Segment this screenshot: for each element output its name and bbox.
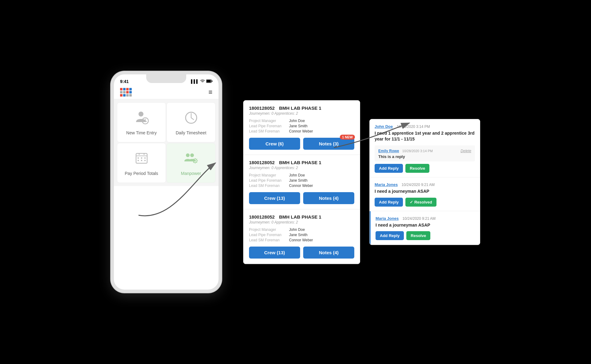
job-buttons-2: Crew (13) Notes (4) bbox=[249, 192, 354, 204]
pm-label-3: Project Manager bbox=[249, 228, 289, 232]
logo-cell bbox=[120, 88, 123, 90]
crew-button-3[interactable]: Crew (13) bbox=[249, 247, 300, 259]
note-2-author-row: Maria Jones 10/24/2020 9:21 AM bbox=[375, 182, 435, 187]
svg-rect-14 bbox=[138, 157, 139, 159]
note-3-actions: Add Reply Resolve bbox=[376, 231, 475, 240]
sm-label-1: Lead SM Foreman bbox=[249, 129, 289, 133]
add-reply-button-2[interactable]: Add Reply bbox=[375, 198, 403, 207]
svg-line-30 bbox=[196, 159, 197, 160]
add-reply-button-1[interactable]: Add Reply bbox=[375, 164, 403, 173]
job-number-2: 1800128052 bbox=[249, 160, 275, 165]
tile-daily-timesheet[interactable]: Daily Timesheet bbox=[167, 102, 215, 142]
svg-point-23 bbox=[194, 160, 196, 161]
pm-value-2: John Doe bbox=[289, 173, 305, 177]
pipe-value-2: Jane Smith bbox=[289, 178, 308, 183]
note-1-header: John Doe 10/28/2020 3:14 PM bbox=[375, 124, 475, 129]
tile-pay-period-totals-label: Pay Period Totals bbox=[125, 171, 158, 176]
note-1-text: I need 1 apprentice 1st year and 2 appre… bbox=[375, 130, 475, 142]
notes-button-2[interactable]: Notes (4) bbox=[303, 192, 354, 204]
reply-1-header: Emily Rowe 10/28/2020 3:14 PM Delete bbox=[378, 148, 471, 153]
job-detail-pm-2: Project Manager John Doe bbox=[249, 173, 354, 177]
svg-rect-19 bbox=[144, 160, 146, 161]
job-card-1-header: 1800128052 BMH LAB PHASE 1 bbox=[249, 105, 354, 111]
phone-frame: 9:41 ▌▌▌ bbox=[111, 71, 222, 293]
note-2-header: Maria Jones 10/24/2020 9:21 AM bbox=[375, 182, 475, 187]
svg-point-21 bbox=[190, 153, 194, 157]
tile-manpower-label: Manpower bbox=[181, 171, 201, 176]
app-header: ≡ bbox=[114, 85, 219, 99]
pm-label-2: Project Manager bbox=[249, 173, 289, 177]
sm-label-2: Lead SM Foreman bbox=[249, 184, 289, 188]
note-1-author[interactable]: John Doe bbox=[375, 124, 393, 129]
logo-cell bbox=[120, 94, 123, 97]
job-detail-pm-3: Project Manager John Doe bbox=[249, 228, 354, 232]
job-card-2-header: 1800128052 BMH LAB PHASE 1 bbox=[249, 160, 354, 165]
add-reply-button-3[interactable]: Add Reply bbox=[376, 231, 404, 240]
svg-line-9 bbox=[191, 118, 194, 120]
svg-point-20 bbox=[186, 153, 190, 157]
crew-button-1[interactable]: Crew (6) bbox=[249, 138, 300, 150]
note-3-timestamp: 10/24/2020 9:21 AM bbox=[403, 216, 436, 221]
note-3-author[interactable]: Maria Jones bbox=[376, 216, 399, 221]
status-icons: ▌▌▌ bbox=[191, 79, 212, 84]
job-meta-2: Journeymen: 0 Apprentices: 2 bbox=[249, 166, 354, 170]
home-grid: New Time Entry Daily Timesheet bbox=[114, 99, 219, 186]
note-1-actions: Add Reply Resolve bbox=[375, 164, 475, 173]
logo-cell bbox=[129, 94, 132, 97]
logo-cell bbox=[126, 91, 129, 93]
crew-button-2[interactable]: Crew (13) bbox=[249, 192, 300, 204]
phone-notch bbox=[146, 74, 186, 83]
hamburger-icon[interactable]: ≡ bbox=[208, 89, 212, 96]
tile-new-time-entry[interactable]: New Time Entry bbox=[117, 102, 166, 142]
logo-grid bbox=[120, 88, 132, 97]
job-meta-1: Journeymen: 0 Apprentices: 2 bbox=[249, 111, 354, 116]
sm-label-3: Lead SM Foreman bbox=[249, 238, 289, 242]
pm-value-3: John Doe bbox=[289, 228, 305, 232]
job-buttons-3: Crew (13) Notes (4) bbox=[249, 247, 354, 259]
logo-cell bbox=[129, 91, 132, 93]
daily-timesheet-icon bbox=[184, 111, 198, 127]
resolve-button-1[interactable]: Resolve bbox=[405, 164, 429, 173]
logo-cell bbox=[123, 88, 126, 90]
note-3-header: Maria Jones 10/24/2020 9:21 AM bbox=[376, 216, 475, 221]
logo-cell bbox=[129, 88, 132, 90]
svg-rect-15 bbox=[141, 157, 142, 159]
reply-1-timestamp: 10/28/2020 3:14 PM bbox=[402, 149, 433, 153]
note-2-text: I need a journeyman ASAP bbox=[375, 188, 475, 195]
reply-item-1: Emily Rowe 10/28/2020 3:14 PM Delete Thi… bbox=[375, 145, 475, 161]
tile-daily-timesheet-label: Daily Timesheet bbox=[176, 130, 207, 135]
svg-rect-2 bbox=[207, 80, 211, 82]
note-item-3: Maria Jones 10/24/2020 9:21 AM I need a … bbox=[370, 211, 480, 245]
delete-reply-1[interactable]: Delete bbox=[460, 149, 471, 153]
job-detail-pipe-1: Lead Pipe Foreman Jane Smith bbox=[249, 124, 354, 128]
pay-period-totals-icon bbox=[135, 152, 148, 168]
wifi-icon bbox=[200, 79, 205, 84]
pm-label-1: Project Manager bbox=[249, 119, 289, 123]
note-2-author[interactable]: Maria Jones bbox=[375, 182, 398, 187]
job-meta-3: Journeymen: 0 Apprentices: 2 bbox=[249, 220, 354, 224]
tile-pay-period-totals[interactable]: Pay Period Totals bbox=[117, 143, 166, 183]
job-detail-sm-1: Lead SM Foreman Connor Weber bbox=[249, 129, 354, 133]
note-item-1: John Doe 10/28/2020 3:14 PM I need 1 app… bbox=[370, 119, 480, 177]
tile-manpower[interactable]: Manpower bbox=[167, 143, 215, 183]
svg-rect-18 bbox=[141, 160, 142, 161]
pipe-label-3: Lead Pipe Foreman bbox=[249, 233, 289, 237]
resolve-button-3[interactable]: Resolve bbox=[406, 231, 430, 240]
note-2-actions: Add Reply ✓ Resolved bbox=[375, 198, 475, 207]
reply-1-author[interactable]: Emily Rowe bbox=[378, 149, 399, 153]
new-time-entry-icon bbox=[134, 111, 149, 127]
tile-new-time-entry-label: New Time Entry bbox=[126, 130, 157, 135]
svg-point-3 bbox=[139, 112, 143, 117]
sm-value-3: Connor Weber bbox=[289, 238, 313, 242]
status-time: 9:41 bbox=[120, 79, 129, 84]
resolved-button-2[interactable]: ✓ Resolved bbox=[405, 198, 436, 207]
battery-icon bbox=[206, 79, 212, 84]
new-badge-1: 1 NEW bbox=[340, 135, 355, 140]
job-detail-pm-1: Project Manager John Doe bbox=[249, 119, 354, 123]
svg-line-28 bbox=[193, 159, 194, 160]
job-name-2: BMH LAB PHASE 1 bbox=[279, 160, 321, 165]
note-3-author-row: Maria Jones 10/24/2020 9:21 AM bbox=[376, 216, 436, 221]
phone-mockup: 9:41 ▌▌▌ bbox=[111, 71, 222, 293]
svg-rect-16 bbox=[144, 157, 146, 159]
notes-button-3[interactable]: Notes (4) bbox=[303, 247, 354, 259]
